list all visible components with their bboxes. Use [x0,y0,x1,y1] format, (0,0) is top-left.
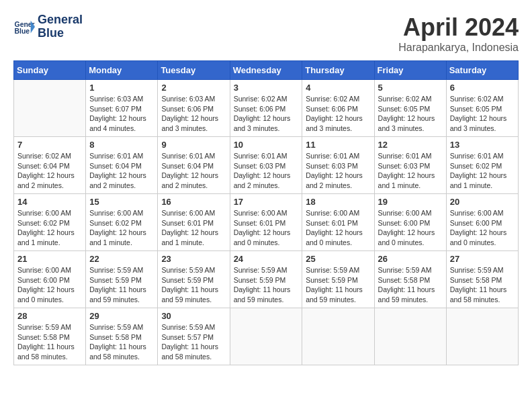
day-info: Sunrise: 5:59 AM Sunset: 5:59 PM Dayligh… [89,265,154,305]
weekday-header-saturday: Saturday [446,61,518,80]
day-number: 3 [234,83,299,93]
calendar-cell: 21Sunrise: 6:00 AM Sunset: 6:00 PM Dayli… [14,251,86,308]
logo-blue: Blue [38,27,83,40]
day-number: 19 [378,197,443,207]
day-number: 11 [306,140,370,150]
calendar-cell: 29Sunrise: 5:59 AM Sunset: 5:58 PM Dayli… [86,308,158,365]
title-section: April 2024 Harapankarya, Indonesia [398,13,519,54]
day-info: Sunrise: 6:00 AM Sunset: 6:01 PM Dayligh… [161,208,226,248]
calendar-cell: 4Sunrise: 6:02 AM Sunset: 6:06 PM Daylig… [302,80,374,137]
weekday-header-wednesday: Wednesday [230,61,302,80]
day-info: Sunrise: 6:00 AM Sunset: 6:00 PM Dayligh… [17,265,82,305]
calendar-cell: 17Sunrise: 6:00 AM Sunset: 6:01 PM Dayli… [230,194,302,251]
calendar-cell: 26Sunrise: 5:59 AM Sunset: 5:58 PM Dayli… [374,251,446,308]
day-info: Sunrise: 5:59 AM Sunset: 5:59 PM Dayligh… [306,265,370,305]
day-number: 15 [89,197,154,207]
calendar-cell: 15Sunrise: 6:00 AM Sunset: 6:02 PM Dayli… [86,194,158,251]
calendar-header-row: SundayMondayTuesdayWednesdayThursdayFrid… [14,61,519,80]
day-info: Sunrise: 6:00 AM Sunset: 6:00 PM Dayligh… [450,208,515,248]
calendar-table: SundayMondayTuesdayWednesdayThursdayFrid… [13,60,519,365]
calendar-cell: 9Sunrise: 6:01 AM Sunset: 6:04 PM Daylig… [158,137,230,194]
day-info: Sunrise: 5:59 AM Sunset: 5:59 PM Dayligh… [234,265,299,305]
calendar-cell: 13Sunrise: 6:01 AM Sunset: 6:02 PM Dayli… [446,137,518,194]
location-subtitle: Harapankarya, Indonesia [398,42,519,54]
day-number: 25 [306,254,370,264]
day-info: Sunrise: 6:03 AM Sunset: 6:07 PM Dayligh… [89,94,154,134]
day-info: Sunrise: 6:00 AM Sunset: 6:02 PM Dayligh… [17,208,82,248]
week-row-2: 7Sunrise: 6:02 AM Sunset: 6:04 PM Daylig… [14,137,519,194]
day-info: Sunrise: 5:59 AM Sunset: 5:58 PM Dayligh… [89,322,154,362]
day-info: Sunrise: 6:02 AM Sunset: 6:04 PM Dayligh… [17,151,82,191]
day-info: Sunrise: 6:01 AM Sunset: 6:04 PM Dayligh… [89,151,154,191]
day-number: 8 [89,140,154,150]
day-number: 22 [89,254,154,264]
calendar-cell [446,308,518,365]
calendar-cell: 27Sunrise: 5:59 AM Sunset: 5:58 PM Dayli… [446,251,518,308]
day-number: 29 [89,311,154,321]
day-number: 21 [17,254,82,264]
calendar-cell: 14Sunrise: 6:00 AM Sunset: 6:02 PM Dayli… [14,194,86,251]
calendar-cell: 16Sunrise: 6:00 AM Sunset: 6:01 PM Dayli… [158,194,230,251]
logo: General Blue General Blue [13,13,83,40]
calendar-cell: 23Sunrise: 5:59 AM Sunset: 5:59 PM Dayli… [158,251,230,308]
day-number: 1 [89,83,154,93]
calendar-cell: 7Sunrise: 6:02 AM Sunset: 6:04 PM Daylig… [14,137,86,194]
day-number: 5 [378,83,443,93]
calendar-cell: 10Sunrise: 6:01 AM Sunset: 6:03 PM Dayli… [230,137,302,194]
calendar-cell [302,308,374,365]
day-number: 14 [17,197,82,207]
day-info: Sunrise: 6:02 AM Sunset: 6:05 PM Dayligh… [450,94,515,134]
day-info: Sunrise: 5:59 AM Sunset: 5:58 PM Dayligh… [378,265,443,305]
calendar-cell: 11Sunrise: 6:01 AM Sunset: 6:03 PM Dayli… [302,137,374,194]
day-number: 30 [161,311,226,321]
day-info: Sunrise: 6:00 AM Sunset: 6:01 PM Dayligh… [234,208,299,248]
calendar-cell: 1Sunrise: 6:03 AM Sunset: 6:07 PM Daylig… [86,80,158,137]
day-info: Sunrise: 6:02 AM Sunset: 6:06 PM Dayligh… [234,94,299,134]
weekday-header-thursday: Thursday [302,61,374,80]
weekday-header-friday: Friday [374,61,446,80]
day-number: 18 [306,197,370,207]
day-number: 17 [234,197,299,207]
weekday-header-tuesday: Tuesday [158,61,230,80]
month-title: April 2024 [398,13,519,42]
day-number: 16 [161,197,226,207]
week-row-5: 28Sunrise: 5:59 AM Sunset: 5:58 PM Dayli… [14,308,519,365]
day-info: Sunrise: 5:59 AM Sunset: 5:58 PM Dayligh… [17,322,82,362]
day-info: Sunrise: 5:59 AM Sunset: 5:58 PM Dayligh… [450,265,515,305]
calendar-cell: 24Sunrise: 5:59 AM Sunset: 5:59 PM Dayli… [230,251,302,308]
calendar-cell [374,308,446,365]
day-info: Sunrise: 6:01 AM Sunset: 6:03 PM Dayligh… [306,151,370,191]
day-info: Sunrise: 5:59 AM Sunset: 5:57 PM Dayligh… [161,322,226,362]
calendar-cell: 22Sunrise: 5:59 AM Sunset: 5:59 PM Dayli… [86,251,158,308]
day-number: 13 [450,140,515,150]
calendar-cell: 6Sunrise: 6:02 AM Sunset: 6:05 PM Daylig… [446,80,518,137]
day-info: Sunrise: 6:03 AM Sunset: 6:06 PM Dayligh… [161,94,226,134]
day-number: 20 [450,197,515,207]
day-info: Sunrise: 6:01 AM Sunset: 6:02 PM Dayligh… [450,151,515,191]
calendar-cell: 8Sunrise: 6:01 AM Sunset: 6:04 PM Daylig… [86,137,158,194]
week-row-1: 1Sunrise: 6:03 AM Sunset: 6:07 PM Daylig… [14,80,519,137]
logo-icon: General Blue [13,16,35,38]
day-number: 26 [378,254,443,264]
day-info: Sunrise: 6:02 AM Sunset: 6:06 PM Dayligh… [306,94,370,134]
day-info: Sunrise: 6:01 AM Sunset: 6:03 PM Dayligh… [234,151,299,191]
calendar-cell [230,308,302,365]
day-number: 27 [450,254,515,264]
day-info: Sunrise: 6:00 AM Sunset: 6:02 PM Dayligh… [89,208,154,248]
calendar-cell [14,80,86,137]
calendar-cell: 2Sunrise: 6:03 AM Sunset: 6:06 PM Daylig… [158,80,230,137]
logo-general: General [38,13,83,27]
day-number: 24 [234,254,299,264]
day-number: 10 [234,140,299,150]
week-row-4: 21Sunrise: 6:00 AM Sunset: 6:00 PM Dayli… [14,251,519,308]
day-info: Sunrise: 6:02 AM Sunset: 6:05 PM Dayligh… [378,94,443,134]
day-number: 4 [306,83,370,93]
day-info: Sunrise: 6:01 AM Sunset: 6:03 PM Dayligh… [378,151,443,191]
calendar-cell: 19Sunrise: 6:00 AM Sunset: 6:00 PM Dayli… [374,194,446,251]
weekday-header-monday: Monday [86,61,158,80]
page-header: General Blue General Blue April 2024 Har… [13,13,519,54]
day-number: 9 [161,140,226,150]
calendar-cell: 20Sunrise: 6:00 AM Sunset: 6:00 PM Dayli… [446,194,518,251]
calendar-cell: 12Sunrise: 6:01 AM Sunset: 6:03 PM Dayli… [374,137,446,194]
day-number: 2 [161,83,226,93]
